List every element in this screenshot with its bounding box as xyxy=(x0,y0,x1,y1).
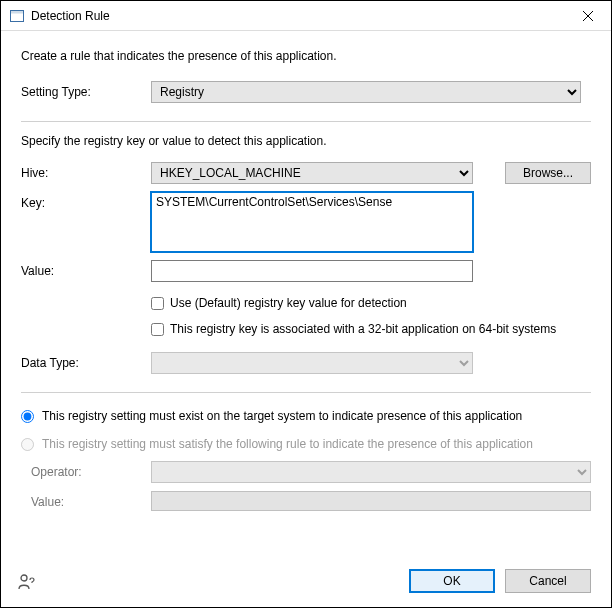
person-help-icon[interactable] xyxy=(17,571,37,591)
radio-rule xyxy=(21,438,34,451)
value-label: Value: xyxy=(21,260,151,278)
hive-row: Hive: HKEY_LOCAL_MACHINE Browse... xyxy=(21,162,591,184)
use-default-checkbox[interactable] xyxy=(151,297,164,310)
key-label: Key: xyxy=(21,192,151,210)
window-title: Detection Rule xyxy=(31,9,110,23)
datatype-label: Data Type: xyxy=(21,352,151,370)
setting-type-select[interactable]: Registry xyxy=(151,81,581,103)
close-button[interactable] xyxy=(565,1,611,31)
hive-select[interactable]: HKEY_LOCAL_MACHINE xyxy=(151,162,473,184)
specify-text: Specify the registry key or value to det… xyxy=(21,134,591,148)
radio-rule-row: This registry setting must satisfy the f… xyxy=(21,437,591,451)
description-text: Create a rule that indicates the presenc… xyxy=(21,49,591,63)
footer: OK Cancel xyxy=(1,555,611,607)
key-textarea[interactable]: SYSTEM\CurrentControlSet\Services\Sense xyxy=(151,192,473,252)
radio-exist-row: This registry setting must exist on the … xyxy=(21,409,591,423)
radio-exist[interactable] xyxy=(21,410,34,423)
window-app-icon xyxy=(9,8,25,24)
browse-button[interactable]: Browse... xyxy=(505,162,591,184)
value-row: Value: xyxy=(21,260,591,282)
assoc-32bit-row: This registry key is associated with a 3… xyxy=(151,322,591,336)
hive-label: Hive: xyxy=(21,162,151,180)
dialog-content: Create a rule that indicates the presenc… xyxy=(1,31,611,555)
divider-2 xyxy=(21,392,591,393)
assoc-32bit-label: This registry key is associated with a 3… xyxy=(170,322,556,336)
datatype-select xyxy=(151,352,473,374)
operator-label: Operator: xyxy=(21,461,151,479)
use-default-row: Use (Default) registry key value for det… xyxy=(151,296,591,310)
rule-value-input xyxy=(151,491,591,511)
rule-value-label: Value: xyxy=(21,491,151,509)
operator-select xyxy=(151,461,591,483)
operator-row: Operator: xyxy=(21,461,591,483)
radio-rule-label: This registry setting must satisfy the f… xyxy=(42,437,533,451)
rule-value-row: Value: xyxy=(21,491,591,511)
close-icon xyxy=(583,11,593,21)
ok-button[interactable]: OK xyxy=(409,569,495,593)
use-default-label: Use (Default) registry key value for det… xyxy=(170,296,407,310)
cancel-button[interactable]: Cancel xyxy=(505,569,591,593)
value-input[interactable] xyxy=(151,260,473,282)
titlebar: Detection Rule xyxy=(1,1,611,31)
assoc-32bit-checkbox[interactable] xyxy=(151,323,164,336)
datatype-row: Data Type: xyxy=(21,352,591,374)
svg-rect-1 xyxy=(11,10,24,13)
setting-type-label: Setting Type: xyxy=(21,81,151,99)
divider-1 xyxy=(21,121,591,122)
svg-point-4 xyxy=(21,575,27,581)
key-row: Key: SYSTEM\CurrentControlSet\Services\S… xyxy=(21,192,591,252)
setting-type-row: Setting Type: Registry xyxy=(21,81,591,103)
radio-exist-label: This registry setting must exist on the … xyxy=(42,409,522,423)
